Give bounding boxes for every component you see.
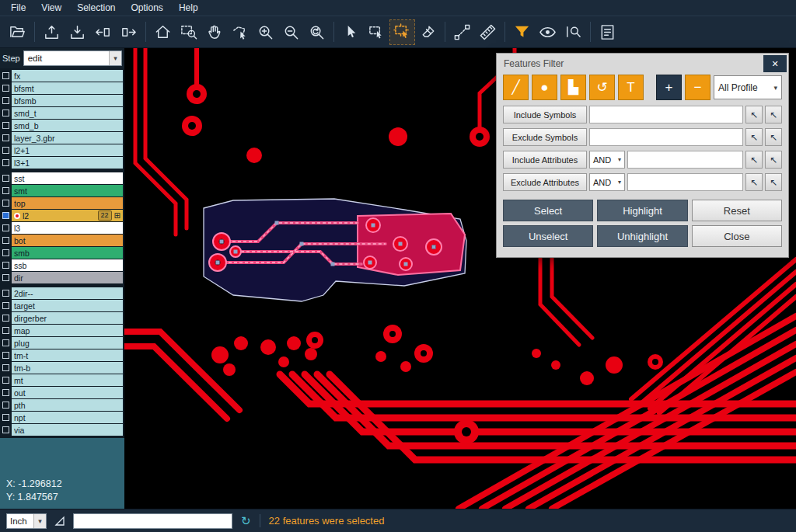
- layer-row-npt[interactable]: npt: [1, 412, 123, 423]
- zoom-in-button[interactable]: [253, 19, 278, 45]
- menu-selection[interactable]: Selection: [71, 2, 121, 14]
- layer-label[interactable]: smb: [12, 247, 123, 259]
- layer-label[interactable]: tm-t: [12, 349, 123, 361]
- exclude-attributes-pick-reference-button[interactable]: ↖: [765, 173, 782, 191]
- eraser-button[interactable]: [415, 19, 441, 45]
- menu-view[interactable]: View: [35, 2, 68, 14]
- layer-row-pth[interactable]: pth: [1, 399, 123, 411]
- feature-select-button[interactable]: [389, 19, 415, 45]
- open-button[interactable]: [5, 19, 30, 45]
- export-button[interactable]: [39, 19, 65, 45]
- exclude-symbols-button[interactable]: Exclude Symbols: [503, 128, 587, 146]
- layer-label[interactable]: out: [12, 387, 123, 398]
- refresh-icon[interactable]: ↻: [241, 514, 251, 528]
- layer-label[interactable]: via: [12, 424, 123, 436]
- layer-label[interactable]: ssb: [12, 259, 123, 271]
- layer-label[interactable]: bfsmt: [12, 82, 123, 94]
- exclude-attributes-pick-from-canvas-button[interactable]: ↖: [745, 173, 763, 191]
- select-button[interactable]: Select: [503, 200, 593, 221]
- include-symbols-input[interactable]: [589, 106, 743, 123]
- layer-row-dir[interactable]: dir: [1, 272, 123, 283]
- layer-label[interactable]: bfsmb: [12, 95, 123, 106]
- layer-row-dirgerber[interactable]: dirgerber: [1, 312, 123, 324]
- layer-label[interactable]: top: [12, 197, 123, 209]
- zoom-reset-button[interactable]: [304, 19, 330, 45]
- layer-label[interactable]: smd_b: [12, 120, 123, 131]
- report-button[interactable]: [595, 19, 620, 45]
- layer-label[interactable]: 2dir--: [12, 287, 123, 299]
- lasso-select-button[interactable]: [227, 19, 253, 45]
- layer-visibility-checkbox[interactable]: [2, 97, 9, 104]
- exclude-symbols-pick-from-canvas-button[interactable]: ↖: [745, 128, 763, 146]
- layer-row-smd_b[interactable]: smd_b: [1, 120, 123, 131]
- layer-row-l2[interactable]: l222⊞: [1, 210, 123, 221]
- layer-label[interactable]: l2+1: [12, 144, 123, 156]
- layer-visibility-checkbox[interactable]: [2, 262, 9, 269]
- layer-row-fx[interactable]: fx: [1, 70, 123, 82]
- step-select[interactable]: edit ▾: [23, 50, 122, 66]
- layer-label[interactable]: smd_t: [12, 107, 123, 119]
- layer-label[interactable]: l3+1: [12, 157, 123, 169]
- layer-visibility-checkbox[interactable]: [2, 414, 9, 421]
- layer-row-via[interactable]: via: [1, 424, 123, 436]
- pan-button[interactable]: [201, 19, 227, 45]
- exclude-symbols-pick-reference-button[interactable]: ↖: [765, 128, 782, 146]
- ruler-button[interactable]: [475, 19, 501, 45]
- layer-label[interactable]: smt: [12, 185, 123, 196]
- layer-row-plug[interactable]: plug: [1, 337, 123, 349]
- layer-row-tm-t[interactable]: tm-t: [1, 349, 123, 361]
- highlight-button[interactable]: Highlight: [597, 200, 687, 221]
- layer-visibility-checkbox[interactable]: [2, 426, 9, 433]
- text-tool-icon[interactable]: T: [618, 75, 644, 100]
- include-attributes-pick-reference-button[interactable]: ↖: [765, 151, 782, 169]
- angle-tool-icon[interactable]: [54, 515, 66, 527]
- layer-row-target[interactable]: target: [1, 300, 123, 311]
- add-tool-icon[interactable]: +: [656, 75, 682, 100]
- layer-label[interactable]: layer_3.gbr: [12, 132, 123, 144]
- layer-visibility-checkbox[interactable]: [2, 187, 9, 194]
- layer-label[interactable]: sst: [12, 172, 123, 184]
- layer-label[interactable]: target: [12, 300, 123, 311]
- layer-row-smb[interactable]: smb: [1, 247, 123, 259]
- shift-left-button[interactable]: [90, 19, 116, 45]
- include-symbols-pick-reference-button[interactable]: ↖: [765, 106, 782, 123]
- unselect-button[interactable]: Unselect: [503, 225, 593, 247]
- shift-right-button[interactable]: [116, 19, 141, 45]
- layer-visibility-checkbox[interactable]: [2, 134, 9, 141]
- layer-visibility-checkbox[interactable]: [2, 147, 9, 154]
- layer-visibility-checkbox[interactable]: [2, 364, 9, 371]
- layer-visibility-checkbox[interactable]: [2, 122, 9, 129]
- layer-label[interactable]: plug: [12, 337, 123, 349]
- unhighlight-button[interactable]: Unhighlight: [597, 225, 687, 247]
- layer-visibility-checkbox[interactable]: [2, 302, 9, 309]
- layer-visibility-checkbox[interactable]: [2, 224, 9, 231]
- include-symbols-button[interactable]: Include Symbols: [503, 106, 587, 123]
- layer-row-l3[interactable]: l3: [1, 222, 123, 234]
- layer-label[interactable]: dir: [12, 272, 123, 283]
- zoom-window-button[interactable]: [176, 19, 201, 45]
- profile-select[interactable]: All Profile ▾: [714, 75, 782, 99]
- layer-grid-icon[interactable]: ⊞: [114, 211, 120, 220]
- exclude-attributes-logic-select[interactable]: AND▾: [589, 173, 625, 191]
- remove-tool-icon[interactable]: −: [685, 75, 710, 100]
- reset-button[interactable]: Reset: [692, 200, 782, 221]
- layer-visibility-checkbox[interactable]: [2, 274, 9, 281]
- arc-tool-icon[interactable]: ↺: [589, 75, 615, 100]
- dialog-close-button[interactable]: ✕: [763, 55, 787, 72]
- layer-row-mt[interactable]: mt: [1, 374, 123, 386]
- menu-help[interactable]: Help: [173, 2, 204, 14]
- layer-label[interactable]: bot: [12, 235, 123, 246]
- layer-visibility-checkbox[interactable]: [2, 212, 9, 219]
- layer-visibility-checkbox[interactable]: [2, 352, 9, 359]
- rect-select-button[interactable]: [364, 19, 389, 45]
- layer-visibility-checkbox[interactable]: [2, 327, 9, 334]
- layer-visibility-checkbox[interactable]: [2, 290, 9, 297]
- line-tool-icon[interactable]: ╱: [503, 75, 529, 100]
- layer-visibility-checkbox[interactable]: [2, 72, 9, 79]
- layer-row-layer_3.gbr[interactable]: layer_3.gbr: [1, 132, 123, 144]
- menu-options[interactable]: Options: [125, 2, 169, 14]
- layer-row-2dir--[interactable]: 2dir--: [1, 287, 123, 299]
- close-button[interactable]: Close: [692, 225, 782, 247]
- layer-visibility-checkbox[interactable]: [2, 200, 9, 207]
- include-symbols-pick-from-canvas-button[interactable]: ↖: [745, 106, 763, 123]
